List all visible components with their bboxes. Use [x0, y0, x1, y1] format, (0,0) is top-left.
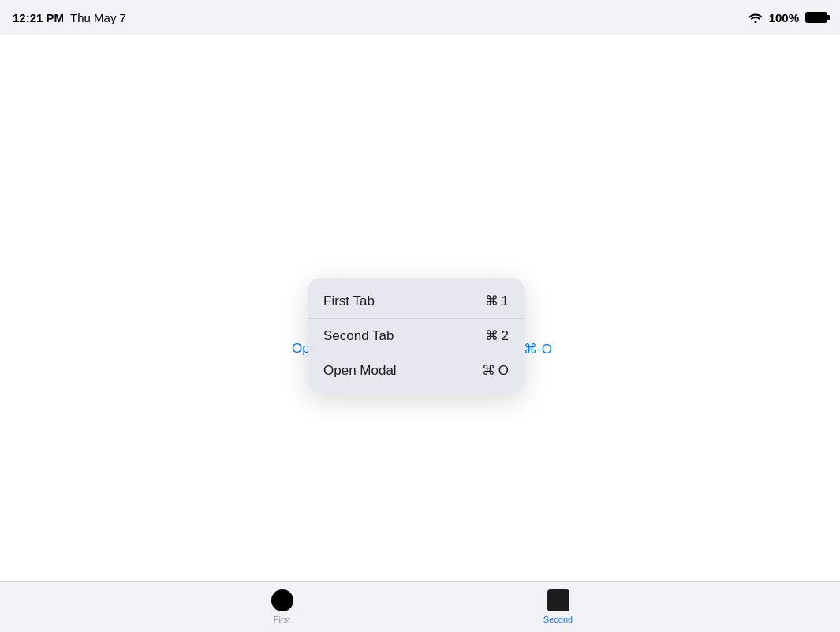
cmd-symbol-2: ⌘: [485, 327, 498, 344]
cmd-symbol-o: ⌘: [482, 362, 495, 379]
cmd-symbol-1: ⌘: [485, 293, 498, 309]
tab-bar: First Second: [0, 581, 840, 632]
menu-item-first-tab-shortcut: ⌘ 1: [485, 293, 509, 309]
status-date: Thu May 7: [70, 11, 126, 24]
menu-item-first-tab[interactable]: First Tab ⌘ 1: [308, 284, 525, 319]
bg-link-cmd-o-partial: ⌘-O: [524, 341, 552, 357]
menu-item-second-tab[interactable]: Second Tab ⌘ 2: [308, 319, 525, 353]
menu-item-open-modal[interactable]: Open Modal ⌘ O: [308, 353, 525, 387]
shortcut-key-1: 1: [502, 294, 509, 309]
battery-percent: 100%: [769, 11, 799, 24]
menu-item-open-modal-label: Open Modal: [323, 363, 397, 379]
tab-first-icon: [271, 589, 293, 611]
wifi-icon: [749, 13, 763, 23]
status-time: 12:21 PM: [13, 11, 64, 24]
tab-first[interactable]: First: [144, 589, 420, 624]
tab-first-label: First: [274, 615, 290, 624]
tab-second-label: Second: [543, 615, 573, 624]
tab-second-icon: [547, 589, 569, 611]
menu-item-first-tab-label: First Tab: [323, 294, 375, 309]
menu-item-second-tab-shortcut: ⌘ 2: [485, 327, 509, 344]
status-bar: 12:21 PM Thu May 7 100%: [0, 0, 840, 35]
tab-second[interactable]: Second: [420, 589, 696, 624]
context-menu: First Tab ⌘ 1 Second Tab ⌘ 2 Open Modal …: [308, 278, 525, 394]
shortcut-key-2: 2: [502, 328, 509, 344]
tab-bar-inner: First Second: [144, 589, 696, 624]
shortcut-key-o: O: [498, 363, 509, 379]
status-bar-right: 100%: [749, 11, 827, 24]
battery-fill: [807, 13, 826, 21]
menu-item-open-modal-shortcut: ⌘ O: [482, 362, 509, 379]
main-content: Ope ⌘-O First Tab ⌘ 1 Second Tab ⌘ 2 Ope…: [0, 35, 840, 581]
battery-icon: [805, 12, 827, 23]
status-bar-left: 12:21 PM Thu May 7: [13, 11, 126, 24]
menu-item-second-tab-label: Second Tab: [323, 328, 394, 344]
